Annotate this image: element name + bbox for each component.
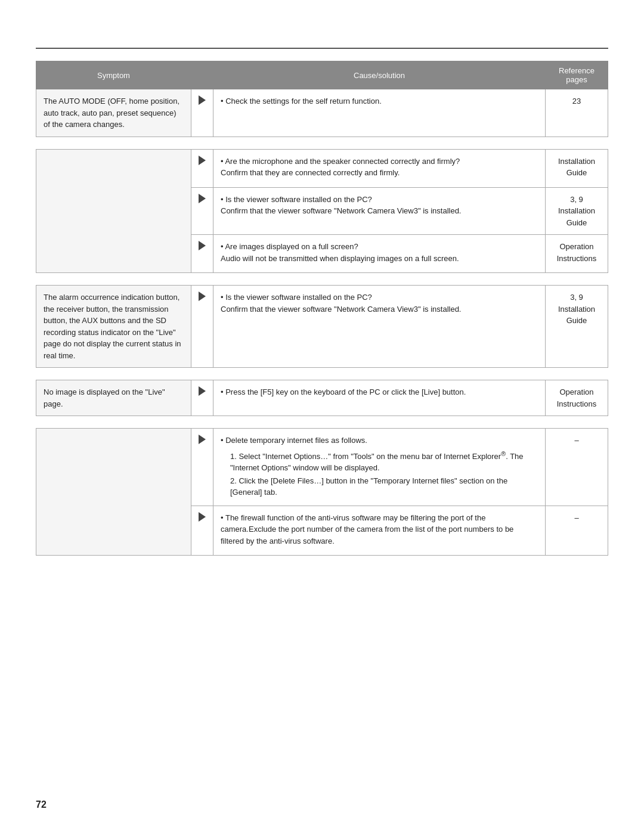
arrow-icon [199,95,206,105]
table-row: Delete temporary internet files as follo… [36,429,608,506]
arrow-cell [191,429,213,506]
arrow-cell [191,187,213,235]
cause-cell: The firewall function of the anti-virus … [213,506,546,556]
arrow-cell [191,380,213,416]
ref-cell: Operation Instructions [546,235,608,273]
ref-cell: 3, 9 Installation Guide [546,286,608,368]
arrow-icon [199,512,206,522]
ref-cell: – [546,506,608,556]
ref-cell: Operation Instructions [546,380,608,416]
table-row: The alarm occurrence indication button, … [36,286,608,368]
cause-cell: Are the microphone and the speaker conne… [213,149,546,187]
arrow-icon [199,241,206,250]
cause-item: The firewall function of the anti-virus … [221,512,538,547]
cause-item: Delete temporary internet files as follo… [221,435,538,447]
cause-cell: Is the viewer software installed on the … [213,187,546,235]
ref-cell: 23 [546,89,608,137]
arrow-cell [191,89,213,137]
arrow-cell [191,506,213,556]
symptom-cell: No image is displayed on the "Live" page… [36,380,191,416]
symptom-text: No image is displayed on the "Live" page… [44,387,165,408]
cause-item: Check the settings for the self return f… [221,95,538,107]
cause-item: Are the microphone and the speaker conne… [221,156,538,179]
table-row: No image is displayed on the "Live" page… [36,380,608,416]
top-border [36,48,608,49]
ref-cell: Installation Guide [546,149,608,187]
arrow-icon [199,194,206,203]
cause-cell: Delete temporary internet files as follo… [213,429,546,506]
arrow-cell [191,286,213,368]
table-header: Symptom Cause/solution Reference pages [36,61,608,89]
table-row: Are the microphone and the speaker conne… [36,149,608,187]
cause-item: Is the viewer software installed on the … [221,194,538,217]
ref-cell: – [546,429,608,506]
cause-subitem: 2. Click the [Delete Files…] button in t… [221,475,538,498]
header-symptom: Symptom [36,61,191,89]
cause-cell: Is the viewer software installed on the … [213,286,546,368]
arrow-icon [199,386,206,396]
symptom-cell-empty [36,429,191,556]
cause-cell: Press the [F5] key on the keyboard of th… [213,380,546,416]
symptom-text: The alarm occurrence indication button, … [44,293,181,360]
cause-item: Are images displayed on a full screen?Au… [221,241,538,264]
ref-cell: 3, 9 Installation Guide [546,187,608,235]
cause-item: Press the [F5] key on the keyboard of th… [221,386,538,398]
arrow-icon [199,156,206,165]
symptom-cell: The alarm occurrence indication button, … [36,286,191,368]
symptom-text: The AUTO MODE (OFF, home position, auto … [44,97,179,129]
header-cause: Cause/solution [213,61,546,89]
table-row: The AUTO MODE (OFF, home position, auto … [36,89,608,137]
symptom-cell-empty [36,149,191,273]
troubleshooting-table: Symptom Cause/solution Reference pages T… [36,61,608,556]
arrow-icon [199,435,206,444]
symptom-cell: The AUTO MODE (OFF, home position, auto … [36,89,191,137]
arrow-cell [191,149,213,187]
arrow-cell [191,235,213,273]
arrow-icon [199,292,206,301]
cause-subitem: 1. Select "Internet Options…" from "Tool… [221,449,538,474]
page-number: 72 [36,799,47,810]
header-ref: Reference pages [546,61,608,89]
cause-item: Is the viewer software installed on the … [221,292,538,315]
cause-cell: Are images displayed on a full screen?Au… [213,235,546,273]
cause-cell: Check the settings for the self return f… [213,89,546,137]
